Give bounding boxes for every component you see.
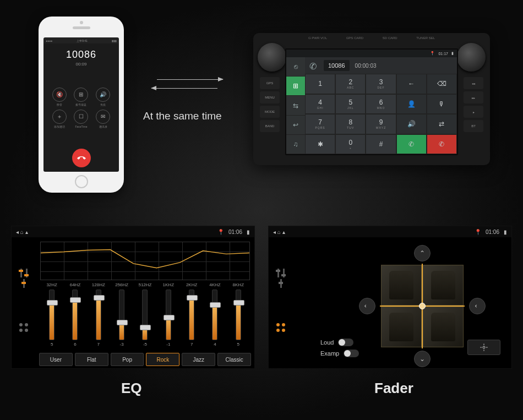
dialer-tab[interactable]: ⊞ bbox=[286, 77, 305, 96]
eq-panel: ◂ ⌂ ▴ 📍01:06▮ 32HZ564HZ6128HZ7256HZ-3512… bbox=[11, 226, 255, 369]
car-headunit: G PWR VOLGPS CARDSD CARDTUNER SEL GPSMEN… bbox=[253, 33, 490, 165]
svg-point-0 bbox=[483, 346, 485, 348]
battery-icon: ▮ bbox=[504, 229, 507, 235]
dialer-tab[interactable]: ♫ bbox=[286, 135, 305, 154]
headunit-status-bar: 📍 01:17 ▮ bbox=[286, 50, 457, 57]
balance-thumb[interactable] bbox=[419, 303, 426, 309]
call-action[interactable]: 🔇静音 bbox=[50, 88, 69, 106]
examp-label: Examp bbox=[320, 350, 339, 357]
keypad-key[interactable]: 0+ bbox=[335, 134, 366, 155]
keypad-key[interactable]: 2ABC bbox=[335, 74, 366, 94]
preset-jazz[interactable]: Jazz bbox=[182, 353, 215, 366]
eq-slider[interactable] bbox=[166, 290, 171, 340]
hw-button[interactable]: MENU bbox=[260, 91, 280, 103]
gps-icon: 📍 bbox=[217, 229, 224, 235]
call-action[interactable]: ✉通讯录 bbox=[94, 110, 112, 128]
hw-button[interactable]: ◂◂ bbox=[464, 77, 483, 89]
seat-front-left bbox=[381, 265, 422, 306]
keypad-key[interactable]: ← bbox=[396, 74, 427, 94]
preset-flat[interactable]: Flat bbox=[75, 353, 108, 366]
dialer-tab[interactable]: ⇆ bbox=[286, 96, 305, 115]
eq-tab-icon[interactable] bbox=[17, 272, 30, 285]
call-action[interactable]: ＋添加通话 bbox=[50, 110, 69, 128]
eq-slider[interactable] bbox=[142, 290, 148, 340]
hw-button[interactable]: BT bbox=[464, 120, 483, 132]
keypad-key[interactable]: 🔊 bbox=[396, 114, 427, 134]
keypad-key[interactable]: 7PQRS bbox=[305, 114, 335, 134]
end-call-button[interactable] bbox=[72, 149, 91, 167]
seat-front-right bbox=[423, 265, 464, 306]
keypad-key[interactable]: 3DEF bbox=[366, 74, 396, 94]
phone-call-number: 10086 bbox=[43, 49, 119, 61]
keypad-key[interactable]: 🎙 bbox=[427, 94, 457, 114]
preset-pop[interactable]: Pop bbox=[111, 353, 144, 366]
fade-down-button[interactable]: ⌄ bbox=[414, 351, 431, 367]
keypad-key[interactable]: ✱ bbox=[305, 134, 335, 155]
call-action[interactable]: ☐FaceTime bbox=[72, 110, 91, 128]
keypad-key[interactable]: ⇄ bbox=[427, 114, 457, 134]
preset-classic[interactable]: Classic bbox=[217, 353, 251, 366]
eq-caption: EQ bbox=[121, 380, 142, 397]
gps-icon: 📍 bbox=[430, 51, 435, 56]
eq-slider[interactable] bbox=[236, 290, 241, 340]
hw-button[interactable]: ▸▸ bbox=[464, 91, 483, 103]
keypad-key[interactable]: 8TUV bbox=[335, 114, 366, 134]
hw-button[interactable]: GPS bbox=[260, 77, 280, 89]
call-action[interactable]: ⊞拨号键盘 bbox=[72, 88, 91, 106]
eq-slider[interactable] bbox=[96, 290, 101, 340]
dialer-tab[interactable]: ↩ bbox=[286, 116, 305, 135]
tuner-knob[interactable] bbox=[457, 43, 486, 72]
loud-label: Loud bbox=[320, 339, 334, 346]
phone-call-duration: 00:09 bbox=[43, 62, 119, 67]
fader-tab-icon[interactable] bbox=[274, 321, 287, 334]
battery-icon: ▮ bbox=[247, 229, 250, 235]
eq-slider[interactable] bbox=[72, 290, 78, 340]
eq-slider[interactable] bbox=[212, 290, 217, 340]
fader-caption: Fader bbox=[374, 380, 413, 397]
eq-slider[interactable] bbox=[119, 290, 124, 340]
sync-label: At the same time bbox=[143, 110, 222, 122]
keypad-key[interactable]: 1 bbox=[305, 74, 335, 94]
call-duration: 00:00:03 bbox=[355, 63, 377, 69]
preset-rock[interactable]: Rock bbox=[146, 353, 179, 366]
examp-toggle[interactable] bbox=[344, 350, 359, 357]
keypad-key[interactable]: # bbox=[366, 134, 396, 155]
phone-icon: ✆ bbox=[309, 61, 318, 70]
preset-user[interactable]: User bbox=[39, 353, 73, 366]
fader-tab-icon[interactable] bbox=[17, 321, 30, 334]
keypad-key[interactable]: 4GHI bbox=[305, 94, 335, 114]
keypad-key[interactable]: 5JKL bbox=[335, 94, 366, 114]
keypad-key[interactable]: 6MNO bbox=[366, 94, 396, 114]
dialed-number: 10086 bbox=[324, 60, 350, 71]
dialer-tab[interactable]: ⎋ bbox=[286, 57, 305, 77]
loud-toggle[interactable] bbox=[338, 339, 353, 346]
eq-slider[interactable] bbox=[189, 290, 194, 340]
volume-knob[interactable] bbox=[258, 43, 286, 72]
battery-icon: ▮ bbox=[451, 51, 454, 56]
eq-tab-icon[interactable] bbox=[274, 272, 287, 285]
sync-arrows bbox=[151, 72, 228, 99]
keypad-key[interactable]: ⌫ bbox=[427, 74, 457, 94]
status-bar: ◂ ⌂ ▴ 📍01:06▮ bbox=[269, 226, 511, 237]
gps-icon: 📍 bbox=[475, 229, 481, 235]
center-button[interactable] bbox=[467, 340, 500, 355]
smartphone: ●●●●上午9:41▮▮▮ 10086 00:09 🔇静音⊞拨号键盘🔊免提＋添加… bbox=[39, 17, 124, 193]
keypad-key[interactable]: ✆ bbox=[396, 134, 427, 155]
hw-button[interactable]: ▸ bbox=[464, 106, 483, 118]
eq-curve-graph bbox=[40, 242, 250, 280]
keypad-key[interactable]: 👤 bbox=[396, 94, 427, 114]
balance-right-button[interactable]: ⌄ bbox=[469, 298, 486, 314]
eq-slider[interactable] bbox=[49, 290, 55, 340]
keypad-key[interactable]: ✆ bbox=[427, 134, 457, 155]
fader-panel: ◂ ⌂ ▴ 📍01:06▮ ⌃ ⌄ bbox=[268, 226, 512, 369]
balance-left-button[interactable]: ⌃ bbox=[359, 298, 375, 314]
hw-button[interactable]: MODE bbox=[260, 106, 280, 118]
call-action[interactable]: 🔊免提 bbox=[94, 88, 112, 106]
phone-status-bar: ●●●●上午9:41▮▮▮ bbox=[43, 37, 119, 43]
keypad-key[interactable]: 9WXYZ bbox=[366, 114, 396, 134]
fade-up-button[interactable]: ⌃ bbox=[414, 245, 431, 261]
seat-rear-left bbox=[381, 307, 422, 347]
hw-button[interactable]: BAND bbox=[260, 120, 280, 132]
status-bar: ◂ ⌂ ▴ 📍01:06▮ bbox=[12, 226, 254, 237]
seat-rear-right bbox=[423, 307, 464, 347]
